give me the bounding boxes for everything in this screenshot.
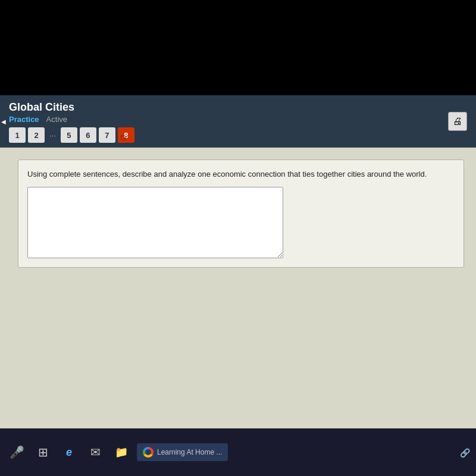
taskbar-mail-button[interactable]: ✉ <box>84 441 106 463</box>
practice-label: Practice <box>9 115 39 124</box>
nav-btn-7[interactable]: 7 <box>99 127 115 143</box>
nav-btn-5[interactable]: 5 <box>61 127 77 143</box>
chrome-icon <box>143 447 154 458</box>
edge-icon: e <box>66 446 72 459</box>
system-tray-icon: 🔗 <box>460 448 470 458</box>
page-title: Global Cities <box>9 101 74 114</box>
active-label: Active <box>46 115 67 124</box>
nav-btn-6[interactable]: 6 <box>80 127 96 143</box>
nav-btn-8[interactable]: 8 <box>118 127 134 143</box>
nav-btn-1[interactable]: 1 <box>9 127 26 143</box>
mail-icon: ✉ <box>90 445 101 459</box>
print-icon: 🖨 <box>453 116 462 127</box>
taskbar-edge-button[interactable]: e <box>58 441 80 463</box>
top-black-area <box>0 0 476 95</box>
answer-textarea[interactable] <box>27 187 283 258</box>
microphone-icon: 🎤 <box>10 445 24 459</box>
question-box: Using complete sentences, describe and a… <box>18 159 464 268</box>
taskbar-start-button[interactable]: ⊞ <box>32 441 54 463</box>
tab-label: Learning At Home ... <box>157 448 222 456</box>
content-panel: Using complete sentences, describe and a… <box>0 148 476 428</box>
taskbar-system-tray: 🔗 <box>460 446 470 459</box>
question-text: Using complete sentences, describe and a… <box>27 169 455 180</box>
taskbar-microphone[interactable]: 🎤 <box>6 441 27 463</box>
nav-btn-8-wrap: 8 ☞ <box>118 127 134 143</box>
header-bar: ◀ Global Cities Practice Active 1 2 ··· … <box>0 95 476 148</box>
nav-gap: ··· <box>49 131 56 140</box>
question-nav-row: 1 2 ··· 5 6 7 8 ☞ <box>9 127 467 143</box>
print-button[interactable]: 🖨 <box>448 112 467 131</box>
taskbar: 🎤 ⊞ e ✉ 📁 Learning At Home ... 🔗 <box>0 428 476 476</box>
taskbar-learning-at-home-tab[interactable]: Learning At Home ... <box>137 443 228 461</box>
nav-btn-2[interactable]: 2 <box>28 127 45 143</box>
start-icon: ⊞ <box>38 445 48 459</box>
taskbar-folder-button[interactable]: 📁 <box>111 441 132 463</box>
folder-icon: 📁 <box>115 446 128 459</box>
main-content-area: ◀ Global Cities Practice Active 1 2 ··· … <box>0 95 476 428</box>
left-collapse-tab[interactable]: ◀ <box>0 109 7 133</box>
